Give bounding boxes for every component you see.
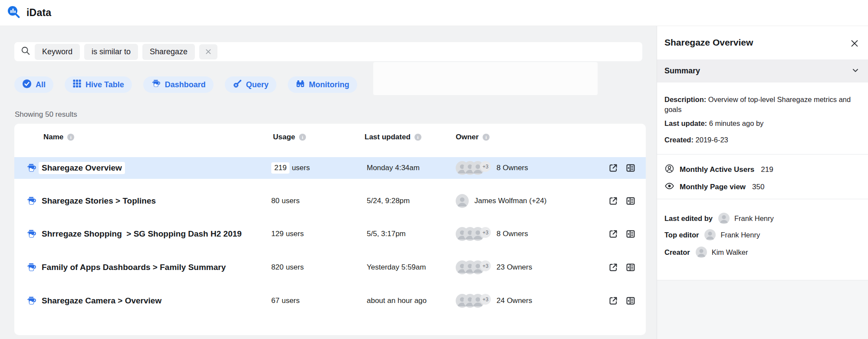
open-side-panel-button[interactable] bbox=[625, 296, 636, 306]
info-icon[interactable]: i bbox=[67, 134, 74, 141]
last-updated: Yesterday 5:59am bbox=[367, 263, 426, 272]
table-grid-icon bbox=[72, 79, 82, 90]
usage-unit: users bbox=[282, 197, 300, 205]
app-title: iData bbox=[26, 7, 51, 19]
person-name: Frank Henry bbox=[720, 231, 760, 239]
binoculars-icon bbox=[296, 79, 305, 91]
usage-unit: users bbox=[292, 164, 310, 172]
column-header-usage: Usage i bbox=[273, 133, 306, 142]
search-chip-field[interactable]: Keyword bbox=[35, 44, 80, 60]
metric-monthly-page-view: Monthly Page view 350 bbox=[664, 181, 764, 193]
query-icon bbox=[233, 79, 242, 91]
open-side-panel-button[interactable] bbox=[625, 163, 636, 173]
tab-query[interactable]: Query bbox=[225, 76, 276, 93]
row-name[interactable]: Sharegaze Camera > Overview bbox=[42, 296, 161, 306]
person-name: Kim Walker bbox=[712, 248, 748, 257]
info-icon[interactable]: i bbox=[299, 134, 306, 141]
tab-all[interactable]: All bbox=[14, 76, 53, 93]
close-icon[interactable] bbox=[850, 39, 859, 50]
owner-cell[interactable]: +3 23 Owners bbox=[456, 260, 532, 274]
table-row[interactable]: Shrregaze Shopping > SG Shopping Dash H2… bbox=[14, 223, 646, 245]
usage-value: 219 bbox=[271, 162, 289, 174]
chevron-down-icon bbox=[851, 66, 860, 77]
divider bbox=[657, 154, 868, 155]
owner-label: James Wolfman (+24) bbox=[474, 197, 546, 205]
avatar-stack: +3 bbox=[456, 227, 491, 241]
avatar bbox=[718, 213, 730, 224]
open-external-button[interactable] bbox=[608, 262, 618, 273]
usage-value: 820 bbox=[271, 263, 283, 272]
avatar bbox=[704, 229, 716, 240]
owner-cell[interactable]: +3 8 Owners bbox=[456, 161, 528, 175]
summary-section-header[interactable]: Summary bbox=[657, 59, 868, 82]
check-circle-icon bbox=[22, 79, 32, 91]
dashboard-jug-icon bbox=[151, 79, 161, 91]
top-editor-row: Top editor Frank Henry bbox=[664, 229, 760, 240]
last-updated: 5/5, 3:17pm bbox=[367, 230, 406, 238]
owner-cell[interactable]: +3 24 Owners bbox=[456, 294, 532, 308]
dashboard-jug-icon bbox=[26, 196, 37, 207]
tab-hive-table[interactable]: Hive Table bbox=[65, 76, 132, 93]
last-updated: about an hour ago bbox=[367, 296, 427, 305]
row-name[interactable]: Sharegaze Stories > Toplines bbox=[42, 196, 156, 206]
owner-label: 8 Owners bbox=[496, 230, 528, 238]
row-name[interactable]: Sharegaze Overview bbox=[39, 162, 125, 174]
tab-label: Hive Table bbox=[85, 80, 124, 89]
tab-label: Monitoring bbox=[309, 80, 349, 89]
detail-panel-title: Sharegaze Overview bbox=[664, 37, 753, 48]
table-row[interactable]: Sharegaze Camera > Overview 67users abou… bbox=[14, 290, 646, 312]
search-chip-clear-button[interactable] bbox=[199, 44, 217, 59]
open-external-button[interactable] bbox=[608, 296, 618, 306]
tab-dashboard[interactable]: Dashboard bbox=[143, 76, 214, 93]
open-external-button[interactable] bbox=[608, 196, 618, 206]
tab-label: Dashboard bbox=[165, 80, 206, 89]
person-name: Frank Henry bbox=[734, 214, 774, 223]
created-text: Created: 2019-6-23 bbox=[664, 135, 859, 145]
tab-label: Query bbox=[246, 80, 269, 89]
open-side-panel-button[interactable] bbox=[625, 196, 636, 206]
person-circle-icon bbox=[664, 164, 674, 175]
avatar-overflow-badge: +3 bbox=[480, 294, 491, 305]
table-row[interactable]: Sharegaze Overview 219users Monday 4:34a… bbox=[14, 157, 646, 179]
usage-value: 129 bbox=[271, 230, 283, 238]
row-name[interactable]: Family of Apps Dashboards > Family Summa… bbox=[42, 263, 226, 272]
table-row[interactable]: Family of Apps Dashboards > Family Summa… bbox=[14, 257, 646, 278]
owner-cell[interactable]: James Wolfman (+24) bbox=[456, 194, 546, 208]
last-updated: 5/24, 9:28pm bbox=[367, 197, 410, 205]
info-icon[interactable]: i bbox=[483, 134, 490, 141]
search-chip-value[interactable]: Sharegaze bbox=[142, 44, 195, 60]
top-bar: iData bbox=[0, 0, 868, 26]
panel-footer bbox=[657, 280, 868, 339]
owner-cell[interactable]: +3 8 Owners bbox=[456, 227, 528, 241]
avatar-overflow-badge: +3 bbox=[480, 227, 491, 238]
usage-unit: users bbox=[286, 263, 304, 272]
search-bar[interactable]: Keyword is similar to Sharegaze bbox=[14, 42, 642, 61]
usage-unit: users bbox=[282, 296, 300, 305]
last-edited-by-row: Last edited by Frank Henry bbox=[664, 213, 774, 224]
filter-tabs: All Hive Table D bbox=[14, 76, 357, 93]
open-external-button[interactable] bbox=[608, 229, 618, 239]
description-text: Description: Overview of top-level Share… bbox=[664, 95, 859, 115]
owner-label: 24 Owners bbox=[496, 296, 532, 305]
row-name[interactable]: Shrregaze Shopping > SG Shopping Dash H2… bbox=[42, 229, 242, 239]
dashboard-jug-icon bbox=[26, 163, 37, 174]
tab-monitoring[interactable]: Monitoring bbox=[288, 76, 357, 93]
tab-label: All bbox=[36, 80, 46, 89]
metric-monthly-active-users: Monthly Active Users 219 bbox=[664, 164, 773, 175]
column-header-last-updated: Last updated i bbox=[365, 133, 421, 142]
creator-row: Creator Kim Walker bbox=[664, 247, 748, 258]
open-side-panel-button[interactable] bbox=[625, 229, 636, 239]
open-side-panel-button[interactable] bbox=[625, 262, 636, 273]
search-icon bbox=[21, 46, 30, 57]
search-chip-operator[interactable]: is similar to bbox=[84, 44, 138, 60]
dashboard-jug-icon bbox=[26, 296, 37, 306]
results-table: Name i Usage i Last updated i Owner i bbox=[14, 124, 646, 335]
table-row[interactable]: Sharegaze Stories > Toplines 80users 5/2… bbox=[14, 190, 646, 212]
results-summary: Showing 50 results bbox=[15, 110, 77, 119]
avatar-overflow-badge: +3 bbox=[480, 161, 491, 172]
dashboard-jug-icon bbox=[26, 262, 37, 273]
avatar-overflow-badge: +3 bbox=[480, 260, 491, 271]
open-external-button[interactable] bbox=[608, 163, 618, 173]
info-icon[interactable]: i bbox=[414, 134, 421, 141]
detail-panel: Sharegaze Overview Summary Description: … bbox=[657, 26, 868, 339]
